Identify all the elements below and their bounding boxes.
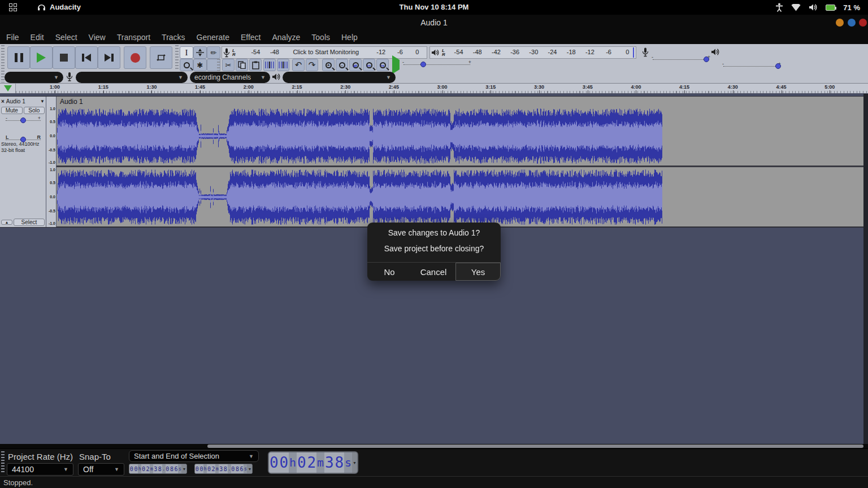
selection-start-field[interactable]: 00h02m38.086s▼ (129, 464, 187, 474)
menu-item[interactable]: Help (340, 33, 359, 42)
zoom-out-button[interactable]: - (336, 59, 348, 71)
recording-channels-dropdown[interactable]: ecording Channels ▼ (190, 72, 270, 83)
menu-item[interactable]: File (5, 33, 21, 42)
time-digit-cell[interactable]: 2 (146, 464, 150, 473)
zoom-toggle-button[interactable]: ↪ (376, 59, 389, 71)
amplitude-ruler[interactable]: 1.00.50.0-0.5-1.0 1.00.50.0-0.5-1.0 (46, 97, 57, 227)
paste-button[interactable] (249, 59, 262, 71)
time-field-spinner[interactable]: ▼ (247, 464, 252, 473)
timeline-ruler[interactable]: 1:001:151:301:452:002:152:302:453:003:15… (0, 84, 868, 94)
selection-end-field[interactable]: 00h02m38.086s▼ (194, 464, 253, 474)
waveform-left-channel[interactable] (57, 107, 662, 165)
time-digit-cell[interactable]: 0 (141, 464, 146, 473)
skip-to-start-button[interactable] (75, 46, 98, 69)
time-digit-cell[interactable]: 8 (170, 464, 174, 473)
multi-tool-button[interactable]: ✱ (193, 59, 207, 71)
gain-thumb[interactable] (20, 117, 26, 123)
system-tray[interactable]: 71 % (775, 2, 860, 12)
menu-item[interactable]: Transport (115, 33, 152, 42)
time-digit-cell[interactable]: 0 (134, 464, 138, 473)
cancel-button[interactable]: Cancel (411, 263, 455, 281)
snap-to-dropdown[interactable]: Off ▼ (78, 463, 124, 476)
time-digit-cell[interactable]: 0 (297, 452, 307, 473)
playback-meter[interactable]: LR -54-48-42-36-30-24-18-12-60 (429, 46, 636, 59)
close-button[interactable] (859, 19, 867, 27)
time-digit-cell[interactable]: 6 (174, 464, 179, 473)
redo-button[interactable]: ↷ (306, 59, 318, 71)
clock[interactable]: Thu Nov 10 8:14 PM (0, 3, 868, 11)
tools-toolbar-grabber[interactable] (175, 45, 179, 70)
pause-button[interactable] (7, 46, 30, 69)
no-button[interactable]: No (367, 263, 411, 281)
time-digit-cell[interactable]: 3 (219, 464, 223, 473)
close-track-button[interactable]: × (1, 98, 5, 104)
record-button[interactable] (124, 46, 146, 69)
draw-tool-button[interactable]: ✏ (207, 46, 220, 59)
copy-button[interactable] (236, 59, 248, 71)
loop-button[interactable] (150, 46, 172, 69)
time-digit-cell[interactable]: 6 (240, 464, 244, 473)
time-digit-cell[interactable]: 0 (166, 464, 170, 473)
track-menu-button[interactable]: ▼ (40, 99, 45, 104)
fit-selection-button[interactable]: ⇄ (349, 59, 362, 71)
maximize-button[interactable] (848, 19, 856, 27)
time-field-spinner[interactable]: ▼ (181, 464, 186, 473)
zoom-tool-button[interactable] (180, 59, 193, 71)
trim-audio-button[interactable] (263, 59, 276, 71)
playback-volume-thumb[interactable] (775, 63, 781, 69)
menu-item[interactable]: Edit (29, 33, 46, 42)
edit-toolbar-grabber[interactable] (217, 59, 220, 71)
time-unit-cell[interactable]: s (344, 452, 352, 473)
selection-mode-dropdown[interactable]: Start and End of Selection ▼ (129, 450, 259, 462)
silence-audio-button[interactable] (277, 59, 289, 71)
play-at-speed-button[interactable] (392, 60, 400, 70)
menu-item[interactable]: Analyze (271, 33, 302, 42)
time-digit-cell[interactable]: 3 (324, 452, 335, 473)
time-digit-cell[interactable]: 0 (231, 464, 236, 473)
time-digit-cell[interactable]: 2 (307, 452, 317, 473)
audio-track[interactable]: Audio 1 1.00.50.0-0.5-1.0 1.00.50.0-0.5-… (0, 96, 863, 228)
playback-meter-scale[interactable]: -54-48-42-36-30-24-18-12-60 (446, 47, 636, 58)
menu-item[interactable]: Tools (310, 33, 332, 42)
time-digit-cell[interactable]: 3 (153, 464, 158, 473)
menu-item[interactable]: Select (54, 33, 79, 42)
selection-toolbar-grabber[interactable] (1, 451, 5, 474)
fit-project-button[interactable]: ↦ (363, 59, 375, 71)
time-digit-cell[interactable]: 2 (211, 464, 216, 473)
recording-device-dropdown[interactable]: ▼ (76, 72, 188, 83)
time-unit-cell[interactable]: m (316, 452, 324, 473)
time-digit-cell[interactable]: 0 (199, 464, 204, 473)
skip-to-end-button[interactable] (98, 46, 120, 69)
play-button[interactable] (30, 46, 53, 69)
project-rate-dropdown[interactable]: 44100 ▼ (7, 463, 73, 476)
playback-device-dropdown[interactable]: ▼ (283, 72, 396, 83)
selection-tool-button[interactable]: I (180, 46, 193, 59)
solo-button[interactable]: Solo (24, 107, 45, 114)
time-digit-cell[interactable]: 8 (158, 464, 162, 473)
undo-button[interactable]: ↶ (292, 59, 305, 71)
minimize-button[interactable] (836, 19, 844, 27)
collapse-track-button[interactable]: ▲ (1, 220, 12, 225)
select-track-button[interactable]: Select (14, 219, 45, 226)
time-digit-cell[interactable]: 0 (279, 452, 289, 473)
window-title-bar[interactable]: Audio 1 (0, 15, 868, 30)
pinned-playhead-toggle[interactable] (0, 84, 16, 93)
time-digit-cell[interactable]: 0 (269, 452, 279, 473)
time-digit-cell[interactable]: 8 (335, 452, 345, 473)
time-digit-cell[interactable]: 0 (129, 464, 134, 473)
recording-volume-slider[interactable]: - + (653, 56, 709, 63)
time-field-spinner[interactable]: ▼ (352, 452, 357, 473)
audio-position-field[interactable]: 00h02m38s▼ (268, 451, 358, 474)
recording-volume-thumb[interactable] (704, 56, 709, 62)
stop-button[interactable] (53, 46, 75, 69)
time-digit-cell[interactable]: 8 (223, 464, 228, 473)
vertical-scrollbar[interactable] (863, 94, 868, 444)
waveform-right-channel[interactable] (57, 168, 662, 226)
mute-button[interactable]: Mute (1, 107, 23, 114)
track-control-panel[interactable]: × Audio 1 ▼ Mute Solo - + L R Stereo, 44… (0, 97, 46, 227)
menu-item[interactable]: Tracks (160, 33, 186, 42)
menu-item[interactable]: View (87, 33, 107, 42)
playback-volume-slider[interactable]: - + (723, 63, 780, 69)
time-unit-cell[interactable]: h (289, 452, 297, 473)
menu-item[interactable]: Effect (239, 33, 263, 42)
